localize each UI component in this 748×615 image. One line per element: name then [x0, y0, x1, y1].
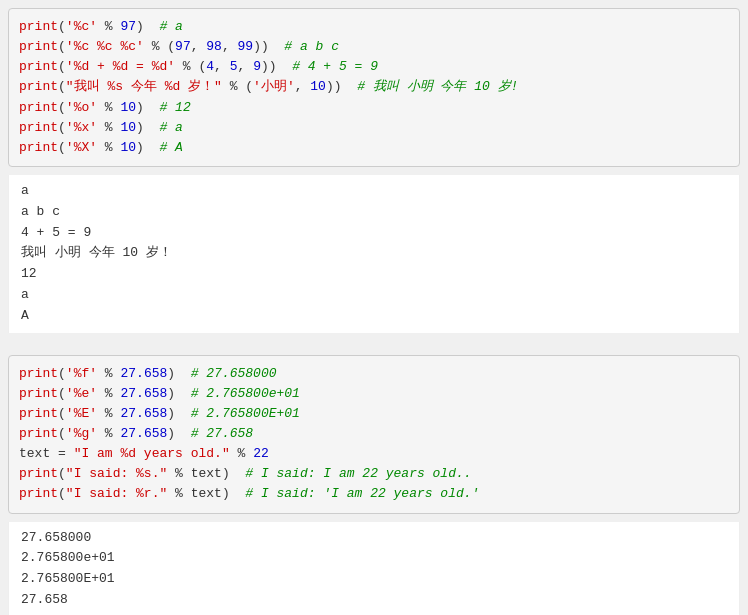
code-line-d4: print('%g' % 27.658) # 27.658 [19, 424, 729, 444]
code-line-5: print('%o' % 10) # 12 [19, 98, 729, 118]
output-line-3: 4 + 5 = 9 [21, 223, 727, 244]
code-line-6: print('%x' % 10) # a [19, 118, 729, 138]
code-line-d5: text = "I am %d years old." % 22 [19, 444, 729, 464]
output-line-2: a b c [21, 202, 727, 223]
code-line-d1: print('%f' % 27.658) # 27.658000 [19, 364, 729, 384]
output-line-1: a [21, 181, 727, 202]
code-line-4: print("我叫 %s 今年 %d 岁！" % ('小明', 10)) # 我… [19, 77, 729, 97]
code-line-d2: print('%e' % 27.658) # 2.765800e+01 [19, 384, 729, 404]
output-d-line-1: 27.658000 [21, 528, 727, 549]
output-line-5: 12 [21, 264, 727, 285]
code-line-d7: print("I said: %r." % text) # I said: 'I… [19, 484, 729, 504]
code-line-7: print('%X' % 10) # A [19, 138, 729, 158]
output-panel-2: 27.658000 2.765800e+01 2.765800E+01 27.6… [8, 522, 740, 615]
code-panel-1: print('%c' % 97) # a print('%c %c %c' % … [8, 8, 740, 167]
output-d-line-4: 27.658 [21, 590, 727, 611]
code-line-d6: print("I said: %s." % text) # I said: I … [19, 464, 729, 484]
code-line-3: print('%d + %d = %d' % (4, 5, 9)) # 4 + … [19, 57, 729, 77]
code-line-2: print('%c %c %c' % (97, 98, 99)) # a b c [19, 37, 729, 57]
output-line-7: A [21, 306, 727, 327]
output-line-4: 我叫 小明 今年 10 岁！ [21, 243, 727, 264]
output-d-line-2: 2.765800e+01 [21, 548, 727, 569]
output-d-line-3: 2.765800E+01 [21, 569, 727, 590]
output-panel-1: a a b c 4 + 5 = 9 我叫 小明 今年 10 岁！ 12 a A [8, 175, 740, 333]
output-line-6: a [21, 285, 727, 306]
code-line-d3: print('%E' % 27.658) # 2.765800E+01 [19, 404, 729, 424]
output-d-line-5: I said: I am 22 years old.. [21, 611, 727, 615]
code-line-1: print('%c' % 97) # a [19, 17, 729, 37]
code-panel-2: print('%f' % 27.658) # 27.658000 print('… [8, 355, 740, 514]
